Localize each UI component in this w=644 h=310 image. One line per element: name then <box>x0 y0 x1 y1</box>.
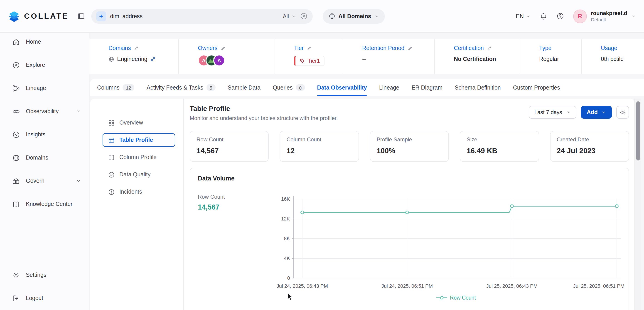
user-name: rounakpreet.d <box>591 10 627 17</box>
meta-domains: Domains Engineering <box>90 39 178 74</box>
stat-value: 100% <box>377 147 442 155</box>
chevron-down-icon <box>76 179 81 183</box>
topbar-right: EN R rounakpreet.d Default <box>516 9 636 23</box>
globe-icon <box>108 56 114 62</box>
chevron-down-icon <box>76 109 81 114</box>
domain-filter-label: All Domains <box>338 13 371 19</box>
edit-icon[interactable] <box>408 46 413 51</box>
tab-schema-definition[interactable]: Schema Definition <box>455 79 501 96</box>
tab-queries[interactable]: Queries 0 <box>273 79 305 96</box>
svg-text:0: 0 <box>287 275 290 281</box>
notifications-bell-icon[interactable] <box>540 12 547 20</box>
sidebar-item-settings[interactable]: Settings <box>0 267 89 283</box>
entity-tabs: Columns 12 Activity Feeds & Tasks 5 Samp… <box>90 79 644 96</box>
panel-header: Table Profile Monitor and understand you… <box>190 105 338 121</box>
chevron-down-icon <box>526 14 530 19</box>
brand-name: COLLATE <box>24 12 69 21</box>
tag-icon <box>300 58 305 64</box>
sidebar-item-label: Observability <box>26 108 59 114</box>
link-icon[interactable] <box>150 56 156 62</box>
usage-value: 0th pctile <box>601 56 624 62</box>
sidebar-item-knowledge-center[interactable]: Knowledge Center <box>0 196 89 212</box>
tab-sample-data[interactable]: Sample Data <box>228 79 260 96</box>
sidebar-item-insights[interactable]: Insights <box>0 126 89 143</box>
tab-label: Lineage <box>379 84 400 91</box>
sidebar-item-observability[interactable]: Observability <box>0 103 89 119</box>
global-search[interactable]: All <box>91 9 312 23</box>
type-label: Type <box>539 45 552 51</box>
tab-activity-feeds[interactable]: Activity Feeds & Tasks 5 <box>146 79 215 96</box>
stat-label: Created Date <box>557 136 622 143</box>
domain-value[interactable]: Engineering <box>117 56 147 62</box>
sidebar-item-explore[interactable]: Explore <box>0 57 89 73</box>
edit-icon[interactable] <box>134 46 140 51</box>
sidebar-item-home[interactable]: Home <box>0 34 89 50</box>
lineage-icon <box>12 84 20 92</box>
stat-card-profile-sample: Profile Sample 100% <box>370 131 449 162</box>
data-volume-chart: 04K8K12K16KJul 24, 2025, 06:43 PMJul 24,… <box>271 193 630 304</box>
tab-er-diagram[interactable]: ER Diagram <box>412 79 442 96</box>
stat-label: Size <box>466 136 532 143</box>
sidebar-item-domains[interactable]: Domains <box>0 149 89 166</box>
tier-label: Tier <box>294 45 304 51</box>
row-count-metric: Row Count 14,567 <box>198 194 225 211</box>
scrollbar-thumb[interactable] <box>636 101 640 161</box>
check-circle-icon <box>108 171 115 178</box>
tab-count-badge: 0 <box>296 84 305 91</box>
user-menu[interactable]: R rounakpreet.d Default <box>573 9 636 23</box>
profiler-settings-button[interactable] <box>616 106 629 119</box>
menu-item-overview[interactable]: Overview <box>102 116 175 129</box>
tab-columns[interactable]: Columns 12 <box>97 79 134 96</box>
certification-label: Certification <box>454 45 484 51</box>
search-scope-dropdown[interactable]: All <box>283 13 296 19</box>
menu-item-column-profile[interactable]: Column Profile <box>102 150 175 164</box>
menu-item-label: Data Quality <box>119 171 151 178</box>
menu-item-label: Incidents <box>119 189 142 195</box>
sidebar-item-lineage[interactable]: Lineage <box>0 80 89 96</box>
owner-avatar[interactable]: A <box>213 55 225 66</box>
add-button[interactable]: Add <box>581 106 612 119</box>
sidebar-footer: Settings Logout <box>0 267 89 306</box>
language-dropdown[interactable]: EN <box>516 13 530 19</box>
sidebar-item-label: Lineage <box>26 85 46 91</box>
user-avatar[interactable]: R <box>573 9 587 23</box>
menu-item-table-profile[interactable]: Table Profile <box>102 133 175 147</box>
svg-text:Jul 25, 2025, 06:43 PM: Jul 25, 2025, 06:43 PM <box>486 283 538 289</box>
tab-label: Schema Definition <box>455 84 501 91</box>
sidebar-collapse-icon[interactable] <box>77 12 85 20</box>
tab-label: Columns <box>97 84 120 91</box>
edit-icon[interactable] <box>487 46 492 51</box>
edit-icon[interactable] <box>220 46 226 51</box>
help-icon[interactable] <box>556 12 564 20</box>
grid-icon <box>108 119 115 126</box>
menu-item-incidents[interactable]: Incidents <box>102 185 175 199</box>
sidebar-item-label: Home <box>26 39 41 45</box>
tier-badge[interactable]: Tier1 <box>294 56 324 66</box>
date-range-dropdown[interactable]: Last 7 days <box>529 106 576 119</box>
stat-card-size: Size 16.49 KB <box>460 131 539 162</box>
search-input[interactable] <box>110 13 279 19</box>
meta-type: Type Regular <box>520 39 581 74</box>
clear-search-icon[interactable] <box>300 12 308 20</box>
svg-text:Jul 24, 2025, 06:51 PM: Jul 24, 2025, 06:51 PM <box>382 283 433 289</box>
meta-owners: Owners A A <box>178 39 274 74</box>
menu-item-data-quality[interactable]: Data Quality <box>102 168 175 181</box>
home-icon <box>12 38 20 46</box>
collate-logo-icon <box>8 10 20 22</box>
svg-text:4K: 4K <box>284 255 290 261</box>
govern-bank-icon <box>12 177 20 185</box>
page-scrollbar <box>634 99 641 310</box>
meta-usage: Usage 0th pctile <box>581 39 644 74</box>
tab-data-observability[interactable]: Data Observability <box>317 79 367 96</box>
entity-meta-band: Domains Engineering Owners A A <box>90 39 644 74</box>
tab-custom-properties[interactable]: Custom Properties <box>513 79 560 96</box>
sidebar-item-label: Domains <box>26 154 48 161</box>
edit-icon[interactable] <box>307 46 312 51</box>
collate-logo[interactable]: COLLATE <box>8 10 69 22</box>
domain-filter-dropdown[interactable]: All Domains <box>322 9 385 23</box>
tab-lineage[interactable]: Lineage <box>379 79 400 96</box>
stat-value: 12 <box>286 147 352 155</box>
sidebar-item-govern[interactable]: Govern <box>0 173 89 189</box>
sidebar-item-logout[interactable]: Logout <box>0 290 89 306</box>
domains-label: Domains <box>108 45 131 51</box>
